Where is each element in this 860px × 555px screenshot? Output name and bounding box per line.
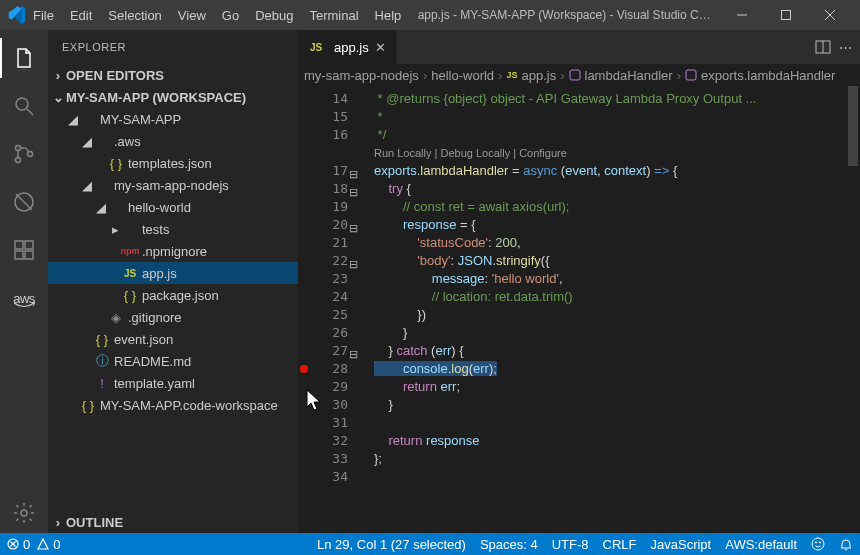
tab-close-icon[interactable]: ✕ bbox=[375, 40, 386, 55]
breadcrumb-item[interactable]: exports.lambdaHandler bbox=[683, 68, 837, 83]
tree-item--aws[interactable]: ◢.aws bbox=[48, 130, 298, 152]
svg-rect-11 bbox=[15, 241, 23, 249]
more-actions-icon[interactable]: ⋯ bbox=[839, 40, 852, 55]
minimap[interactable] bbox=[828, 86, 846, 533]
status-bell-icon[interactable] bbox=[832, 533, 860, 555]
tree-label: hello-world bbox=[128, 200, 191, 215]
breadcrumb-item[interactable]: my-sam-app-nodejs bbox=[302, 68, 421, 83]
explorer-icon[interactable] bbox=[0, 38, 48, 78]
svg-point-23 bbox=[812, 538, 824, 550]
file-icon: { } bbox=[94, 332, 110, 347]
tree-label: templates.json bbox=[128, 156, 212, 171]
tree-item-app-js[interactable]: JSapp.js bbox=[48, 262, 298, 284]
file-icon: { } bbox=[122, 288, 138, 303]
debug-icon[interactable] bbox=[0, 182, 48, 222]
code-content[interactable]: * @returns {object} object - API Gateway… bbox=[356, 86, 828, 533]
js-file-icon: JS bbox=[308, 42, 324, 53]
status-warnings[interactable]: 0 bbox=[37, 533, 67, 555]
tree-label: README.md bbox=[114, 354, 191, 369]
status-errors[interactable]: 0 bbox=[0, 533, 37, 555]
settings-gear-icon[interactable] bbox=[0, 493, 48, 533]
editor-group: JS app.js ✕ ⋯ my-sam-app-nodejs›hello-wo… bbox=[298, 30, 860, 533]
menu-view[interactable]: View bbox=[171, 4, 213, 27]
tree-item-my-sam-app-nodejs[interactable]: ◢my-sam-app-nodejs bbox=[48, 174, 298, 196]
breadcrumb-item[interactable]: JSapp.js bbox=[504, 68, 558, 83]
explorer-title: EXPLORER bbox=[48, 30, 298, 64]
menu-terminal[interactable]: Terminal bbox=[302, 4, 365, 27]
svg-rect-19 bbox=[686, 70, 696, 80]
aws-icon[interactable]: aws bbox=[0, 278, 48, 318]
file-icon: JS bbox=[122, 268, 138, 279]
tree-label: MY-SAM-APP.code-workspace bbox=[100, 398, 278, 413]
menu-edit[interactable]: Edit bbox=[63, 4, 99, 27]
svg-point-25 bbox=[819, 542, 820, 543]
outline-section[interactable]: ›OUTLINE bbox=[48, 511, 298, 533]
menu-file[interactable]: File bbox=[26, 4, 61, 27]
status-aws[interactable]: AWS:default bbox=[718, 533, 804, 555]
workspace-section[interactable]: ⌄MY-SAM-APP (WORKSPACE) bbox=[48, 86, 298, 108]
file-icon: ⓘ bbox=[94, 352, 110, 370]
menu-go[interactable]: Go bbox=[215, 4, 246, 27]
codelens[interactable]: Run Locally | Debug Locally | Configure bbox=[374, 144, 828, 162]
tree-label: package.json bbox=[142, 288, 219, 303]
svg-rect-14 bbox=[25, 241, 33, 249]
vscode-logo-icon bbox=[8, 6, 26, 24]
explorer-sidebar: EXPLORER ›OPEN EDITORS ⌄MY-SAM-APP (WORK… bbox=[48, 30, 298, 533]
file-tree: ◢MY-SAM-APP◢.aws{ }templates.json◢my-sam… bbox=[48, 108, 298, 511]
svg-rect-13 bbox=[25, 251, 33, 259]
breadcrumbs[interactable]: my-sam-app-nodejs›hello-world›JSapp.js›l… bbox=[298, 64, 860, 86]
tree-label: template.yaml bbox=[114, 376, 195, 391]
source-control-icon[interactable] bbox=[0, 134, 48, 174]
tree-item-templates-json[interactable]: { }templates.json bbox=[48, 152, 298, 174]
window-title: app.js - MY-SAM-APP (Workspace) - Visual… bbox=[408, 8, 720, 22]
menu-bar: FileEditSelectionViewGoDebugTerminalHelp bbox=[26, 4, 408, 27]
menu-selection[interactable]: Selection bbox=[101, 4, 168, 27]
tree-label: tests bbox=[142, 222, 169, 237]
breadcrumb-item[interactable]: lambdaHandler bbox=[567, 68, 675, 83]
vertical-scrollbar[interactable] bbox=[846, 86, 860, 533]
tree-item-tests[interactable]: ▸tests bbox=[48, 218, 298, 240]
status-cursor-position[interactable]: Ln 29, Col 1 (27 selected) bbox=[310, 533, 473, 555]
svg-point-24 bbox=[815, 542, 816, 543]
tree-label: event.json bbox=[114, 332, 173, 347]
breakpoint-icon[interactable] bbox=[300, 365, 308, 373]
menu-help[interactable]: Help bbox=[368, 4, 409, 27]
tree-item-package-json[interactable]: { }package.json bbox=[48, 284, 298, 306]
svg-point-7 bbox=[16, 158, 21, 163]
svg-point-6 bbox=[16, 146, 21, 151]
tree-item-my-sam-app-code-workspace[interactable]: { }MY-SAM-APP.code-workspace bbox=[48, 394, 298, 416]
open-editors-section[interactable]: ›OPEN EDITORS bbox=[48, 64, 298, 86]
tab-label: app.js bbox=[334, 40, 369, 55]
file-icon: { } bbox=[80, 398, 96, 413]
status-indentation[interactable]: Spaces: 4 bbox=[473, 533, 545, 555]
breadcrumb-item[interactable]: hello-world bbox=[429, 68, 496, 83]
tree-item-event-json[interactable]: { }event.json bbox=[48, 328, 298, 350]
code-editor[interactable]: 14151617⊟18⊟1920⊟2122⊟2324252627⊟2829303… bbox=[298, 86, 860, 533]
tree-item-template-yaml[interactable]: !template.yaml bbox=[48, 372, 298, 394]
tab-app-js[interactable]: JS app.js ✕ bbox=[298, 30, 397, 64]
status-language[interactable]: JavaScript bbox=[644, 533, 719, 555]
line-gutter[interactable]: 14151617⊟18⊟1920⊟2122⊟2324252627⊟2829303… bbox=[298, 86, 356, 533]
scrollbar-thumb[interactable] bbox=[848, 86, 858, 166]
status-bar: 0 0 Ln 29, Col 1 (27 selected) Spaces: 4… bbox=[0, 533, 860, 555]
search-icon[interactable] bbox=[0, 86, 48, 126]
extensions-icon[interactable] bbox=[0, 230, 48, 270]
minimize-button[interactable] bbox=[720, 0, 764, 30]
status-encoding[interactable]: UTF-8 bbox=[545, 533, 596, 555]
svg-rect-1 bbox=[782, 11, 791, 20]
split-editor-icon[interactable] bbox=[815, 39, 831, 55]
menu-debug[interactable]: Debug bbox=[248, 4, 300, 27]
tree-label: app.js bbox=[142, 266, 177, 281]
tree-item-hello-world[interactable]: ◢hello-world bbox=[48, 196, 298, 218]
status-feedback-icon[interactable] bbox=[804, 533, 832, 555]
close-button[interactable] bbox=[808, 0, 852, 30]
svg-point-15 bbox=[21, 510, 27, 516]
maximize-button[interactable] bbox=[764, 0, 808, 30]
tree-label: .aws bbox=[114, 134, 141, 149]
svg-rect-12 bbox=[15, 251, 23, 259]
tree-item--npmignore[interactable]: npm.npmignore bbox=[48, 240, 298, 262]
tree-item--gitignore[interactable]: ◈.gitignore bbox=[48, 306, 298, 328]
tree-item-readme-md[interactable]: ⓘREADME.md bbox=[48, 350, 298, 372]
status-eol[interactable]: CRLF bbox=[596, 533, 644, 555]
tree-item-my-sam-app[interactable]: ◢MY-SAM-APP bbox=[48, 108, 298, 130]
